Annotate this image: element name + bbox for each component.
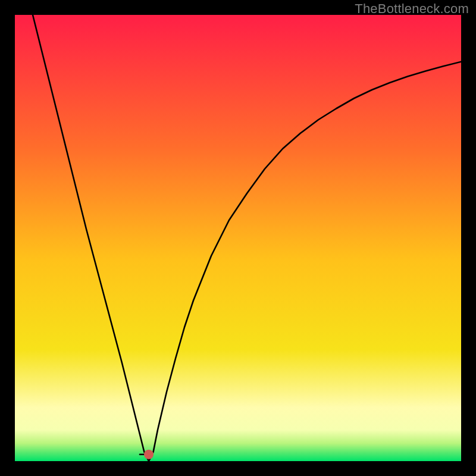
plot-area xyxy=(15,15,461,461)
watermark-text: TheBottleneck.com xyxy=(355,1,469,17)
chart-frame: TheBottleneck.com xyxy=(0,0,476,476)
chart-svg xyxy=(15,15,461,461)
marker-dot xyxy=(144,450,154,459)
